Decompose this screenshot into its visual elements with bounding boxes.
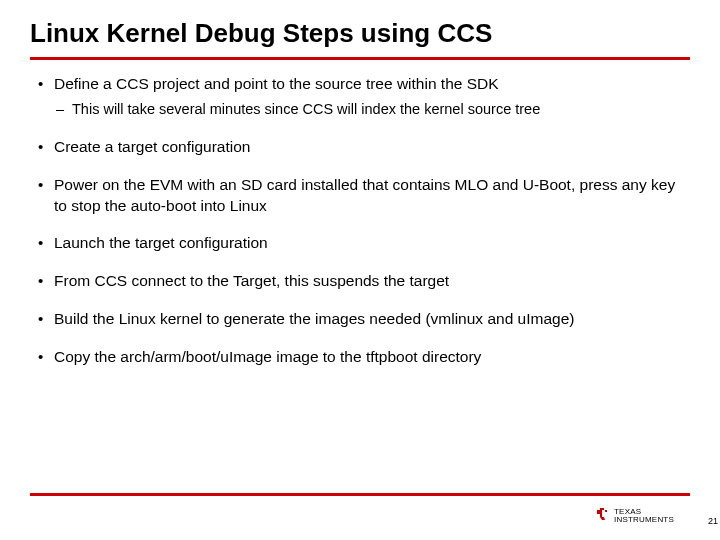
list-item: Build the Linux kernel to generate the i… — [36, 309, 680, 330]
sub-list: This will take several minutes since CCS… — [54, 100, 680, 120]
sub-list-item: This will take several minutes since CCS… — [54, 100, 680, 120]
bullet-text: Launch the target configuration — [54, 234, 268, 251]
logo-line2: INSTRUMENTS — [614, 516, 674, 524]
ti-logo: TEXAS INSTRUMENTS — [595, 506, 674, 526]
bullet-text: Create a target configuration — [54, 138, 250, 155]
bullet-text: Copy the arch/arm/boot/uImage image to t… — [54, 348, 481, 365]
list-item: Copy the arch/arm/boot/uImage image to t… — [36, 347, 680, 368]
list-item: Define a CCS project and point to the so… — [36, 74, 680, 119]
list-item: Power on the EVM with an SD card install… — [36, 175, 680, 217]
slide: Linux Kernel Debug Steps using CCS Defin… — [0, 0, 720, 540]
list-item: Create a target configuration — [36, 137, 680, 158]
list-item: Launch the target configuration — [36, 233, 680, 254]
list-item: From CCS connect to the Target, this sus… — [36, 271, 680, 292]
footer-underline — [30, 493, 690, 496]
bullet-text: Build the Linux kernel to generate the i… — [54, 310, 574, 327]
slide-title: Linux Kernel Debug Steps using CCS — [30, 18, 690, 49]
ti-logo-text: TEXAS INSTRUMENTS — [614, 508, 674, 524]
bullet-list: Define a CCS project and point to the so… — [36, 74, 680, 368]
title-underline — [30, 57, 690, 60]
page-number: 21 — [708, 516, 718, 526]
bullet-text: Define a CCS project and point to the so… — [54, 75, 499, 92]
sub-bullet-text: This will take several minutes since CCS… — [72, 101, 540, 117]
ti-chip-icon — [595, 506, 611, 526]
bullet-text: Power on the EVM with an SD card install… — [54, 176, 675, 214]
bullet-text: From CCS connect to the Target, this sus… — [54, 272, 449, 289]
slide-content: Define a CCS project and point to the so… — [30, 74, 690, 368]
